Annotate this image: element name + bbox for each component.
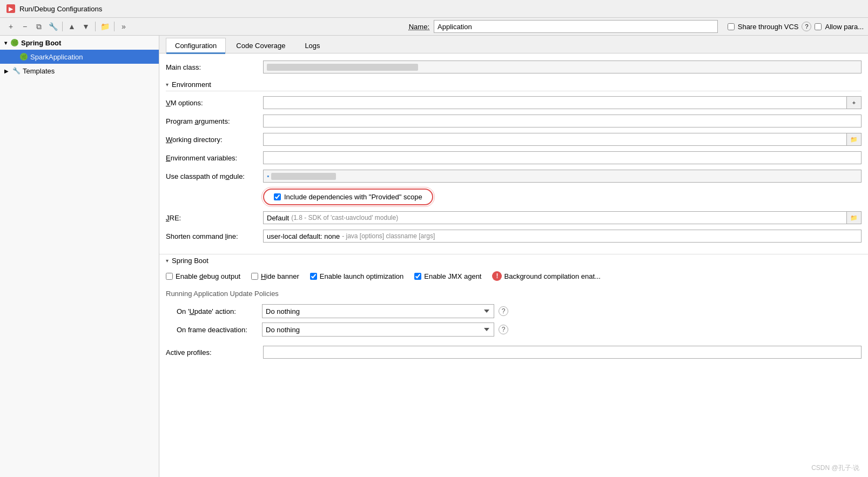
spark-application-icon: 🌿 xyxy=(19,52,28,61)
jre-input-wrapper: Default (1.8 - SDK of 'cast-uavcloud' mo… xyxy=(263,211,862,224)
up-button[interactable]: ▲ xyxy=(65,20,78,33)
working-dir-browse-btn[interactable]: 📁 xyxy=(846,133,862,146)
frame-deactivation-help-icon[interactable]: ? xyxy=(499,325,508,334)
update-action-row: On 'Update' action: Do nothing ? xyxy=(166,302,862,320)
remove-button[interactable]: − xyxy=(18,20,31,33)
name-input[interactable] xyxy=(434,20,718,33)
working-dir-input[interactable] xyxy=(263,133,846,146)
tab-code-coverage[interactable]: Code Coverage xyxy=(227,38,294,53)
add-button[interactable]: + xyxy=(4,20,17,33)
collapse-arrow-spring-boot: ▾ xyxy=(4,40,7,46)
down-button[interactable]: ▼ xyxy=(79,20,92,33)
classpath-module-label: Use classpath of module: xyxy=(166,172,263,180)
enable-jmx-label: Enable JMX agent xyxy=(424,272,481,280)
working-dir-label: Working directory: xyxy=(166,136,263,144)
environment-label: Environment xyxy=(172,80,211,89)
module-blurred xyxy=(271,173,336,180)
enable-launch-opt-checkbox[interactable] xyxy=(310,273,317,280)
env-vars-row: Environment variables: xyxy=(166,149,862,167)
program-args-row: Program arguments: xyxy=(166,112,862,130)
allow-parallel-label: Allow para... xyxy=(825,23,864,31)
enable-jmx-checkbox[interactable] xyxy=(414,273,421,280)
share-vcs-label: Share through VCS xyxy=(738,23,799,31)
spring-boot-section-label: Spring Boot xyxy=(172,257,208,265)
shorten-cmd-label: Shorten command line: xyxy=(166,232,263,240)
share-vcs-checkbox[interactable] xyxy=(728,23,735,30)
enable-jmx-item[interactable]: Enable JMX agent xyxy=(414,272,481,280)
vm-options-expand-btn[interactable]: + xyxy=(846,96,862,109)
update-policies-section: Running Application Update Policies On '… xyxy=(166,287,862,339)
main-class-label: Main class: xyxy=(166,63,263,71)
toolbar-separator-2 xyxy=(95,22,96,31)
program-args-input[interactable] xyxy=(263,115,862,127)
content-area: Configuration Code Coverage Logs Main cl… xyxy=(159,36,868,477)
jre-hint-text: (1.8 - SDK of 'cast-uavcloud' module) xyxy=(291,214,398,221)
jre-field: Default (1.8 - SDK of 'cast-uavcloud' mo… xyxy=(263,211,846,224)
folder-button[interactable]: 📁 xyxy=(98,20,111,33)
tabs-bar: Configuration Code Coverage Logs xyxy=(159,36,868,53)
enable-launch-opt-item[interactable]: Enable launch optimization xyxy=(310,272,403,280)
hide-banner-checkbox[interactable] xyxy=(251,273,258,280)
shorten-cmd-hint: - java [options] classname [args] xyxy=(342,232,435,240)
vm-options-label: VM options: xyxy=(166,99,263,107)
warning-icon: ! xyxy=(492,271,502,281)
enable-debug-output-checkbox[interactable] xyxy=(166,273,173,280)
spring-boot-checkboxes: Enable debug output Hide banner Enable l… xyxy=(166,269,862,287)
share-help-icon[interactable]: ? xyxy=(802,22,811,31)
env-vars-label: Environment variables: xyxy=(166,154,263,162)
env-collapse-icon[interactable]: ▾ xyxy=(166,82,169,88)
title-bar: ▶ Run/Debug Configurations xyxy=(0,0,868,18)
tab-configuration[interactable]: Configuration xyxy=(166,38,226,53)
update-action-help-icon[interactable]: ? xyxy=(499,306,508,316)
update-action-select[interactable]: Do nothing xyxy=(262,304,494,318)
module-icon: ▪ xyxy=(267,172,269,180)
main-class-section: Main class: ▾ Environment V xyxy=(159,53,868,250)
main-class-blurred xyxy=(267,64,418,71)
tab-logs[interactable]: Logs xyxy=(295,38,329,53)
active-profiles-input[interactable] xyxy=(263,346,862,359)
vm-options-row: VM options: + xyxy=(166,93,862,112)
watermark: CSDN @孔子·说 xyxy=(811,463,859,473)
wrench-button[interactable]: 🔧 xyxy=(46,20,59,33)
sidebar: ▾ 🌿 Spring Boot 🌿 SparkApplication ▶ 🔧 T… xyxy=(0,36,159,477)
include-dep-wrapper: Include dependencies with "Provided" sco… xyxy=(263,189,433,205)
sidebar-item-spark-application[interactable]: 🌿 SparkApplication xyxy=(0,50,159,64)
shorten-cmd-main: user-local default: none xyxy=(267,232,340,240)
toolbar: + − ⧉ 🔧 ▲ ▼ 📁 » Name: Share through VCS … xyxy=(0,18,868,36)
svg-text:▶: ▶ xyxy=(9,6,14,12)
working-dir-row: Working directory: 📁 xyxy=(166,130,862,149)
run-debug-dialog: ▶ Run/Debug Configurations + − ⧉ 🔧 ▲ ▼ 📁… xyxy=(0,0,868,477)
include-dep-row: Include dependencies with "Provided" sco… xyxy=(166,185,862,209)
enable-debug-output-label: Enable debug output xyxy=(176,272,240,280)
more-button[interactable]: » xyxy=(117,20,130,33)
copy-button[interactable]: ⧉ xyxy=(32,20,45,33)
bg-compilation-item: ! Background compilation enat... xyxy=(492,271,601,281)
sidebar-item-spring-boot-group[interactable]: ▾ 🌿 Spring Boot xyxy=(0,36,159,50)
toolbar-separator-1 xyxy=(62,22,63,31)
spring-boot-collapse-icon[interactable]: ▾ xyxy=(166,258,169,264)
enable-launch-opt-label: Enable launch optimization xyxy=(320,272,403,280)
main-area: ▾ 🌿 Spring Boot 🌿 SparkApplication ▶ 🔧 T… xyxy=(0,36,868,477)
sidebar-item-templates[interactable]: ▶ 🔧 Templates xyxy=(0,64,159,78)
dialog-title: Run/Debug Configurations xyxy=(19,5,102,13)
toolbar-separator-3 xyxy=(114,22,115,31)
working-dir-input-wrapper: 📁 xyxy=(263,133,862,146)
hide-banner-item[interactable]: Hide banner xyxy=(251,272,299,280)
spring-boot-group-label: Spring Boot xyxy=(21,39,61,47)
app-icon: ▶ xyxy=(6,4,15,13)
spring-boot-group-icon: 🌿 xyxy=(10,38,19,47)
name-label: Name: xyxy=(409,23,429,31)
enable-debug-output-item[interactable]: Enable debug output xyxy=(166,272,240,280)
classpath-module-row: Use classpath of module: ▪ xyxy=(166,167,862,185)
main-class-row: Main class: xyxy=(166,58,862,76)
include-dep-outer-ring xyxy=(261,187,435,207)
spark-application-label: SparkApplication xyxy=(30,53,83,61)
frame-deactivation-select[interactable]: Do nothing xyxy=(262,323,494,337)
update-action-label: On 'Update' action: xyxy=(166,307,258,315)
allow-parallel-checkbox[interactable] xyxy=(815,23,822,30)
vm-options-input[interactable] xyxy=(263,96,846,109)
jre-browse-btn[interactable]: 📁 xyxy=(846,211,862,224)
jre-default-label: Default xyxy=(267,214,289,222)
jre-label: JRE: xyxy=(166,214,263,222)
env-vars-input[interactable] xyxy=(263,151,862,164)
